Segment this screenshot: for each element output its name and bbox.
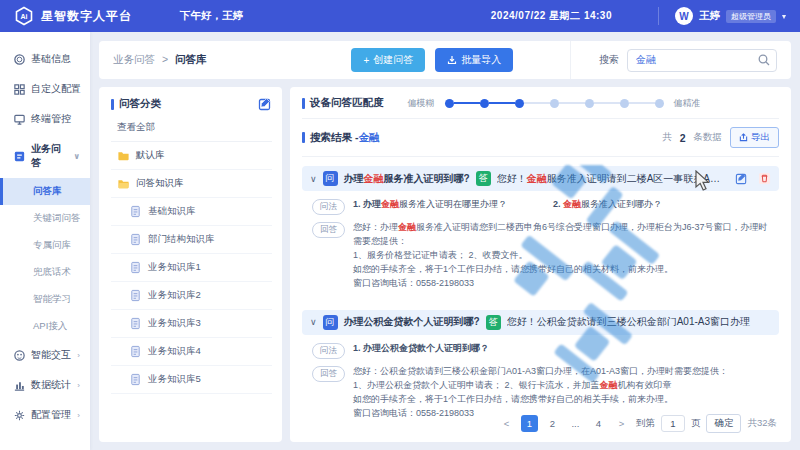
- sidebar-item-smart-interaction[interactable]: 智能交互 ›: [0, 340, 90, 370]
- main-area: 业务问答 > 问答库 + 创建问答 批量导入 搜索: [90, 32, 800, 450]
- page-ellipsis[interactable]: ...: [567, 415, 584, 432]
- chevron-down-icon[interactable]: ∨: [310, 317, 317, 327]
- sidebar-item-business-qa[interactable]: 业务问答 ∨: [0, 134, 90, 178]
- sidebar-label: 终端管控: [31, 112, 71, 126]
- prev-page-button[interactable]: <: [498, 415, 515, 432]
- avatar[interactable]: W: [675, 7, 693, 25]
- results-header: 搜索结果 - 金融 共 2 条数据 导出: [302, 119, 779, 157]
- document-icon: [129, 345, 142, 358]
- next-page-button[interactable]: >: [613, 415, 630, 432]
- view-all-link[interactable]: 查看全部: [111, 111, 272, 142]
- qa-row-header[interactable]: ∨ 问 办理金融服务准入证明到哪? 答 您好！金融服务准入证明请到二楼A区一事联…: [302, 166, 779, 191]
- folder-default-library[interactable]: 默认库: [111, 142, 272, 170]
- doc-basic-knowledge[interactable]: 基础知识库: [111, 198, 272, 226]
- document-icon: [129, 373, 142, 386]
- submenu-item-fallback-scripts[interactable]: 兜底话术: [0, 259, 90, 286]
- breadcrumb-separator: >: [162, 53, 168, 65]
- page-jump-input[interactable]: [661, 415, 685, 432]
- document-icon: [129, 261, 142, 274]
- total-count: 共32条: [747, 417, 777, 430]
- user-menu[interactable]: W 王婷 超级管理员 ▾: [658, 7, 786, 25]
- chevron-right-icon: ›: [77, 381, 80, 390]
- export-button[interactable]: 导出: [730, 127, 779, 148]
- chevron-down-icon[interactable]: ▾: [782, 12, 786, 21]
- doc-business-2[interactable]: 业务知识库2: [111, 282, 272, 310]
- doc-business-5[interactable]: 业务知识库5: [111, 366, 272, 394]
- doc-business-3[interactable]: 业务知识库3: [111, 310, 272, 338]
- match-degree-section: 设备问答匹配度 偏模糊 偏精准: [302, 96, 779, 119]
- sidebar-item-config-management[interactable]: 配置管理 ›: [0, 400, 90, 430]
- results-panel: 设备问答匹配度 偏模糊 偏精准 搜索结果 - 金融: [290, 87, 791, 442]
- match-degree-title: 设备问答匹配度: [310, 96, 384, 110]
- submenu-item-exclusive-library[interactable]: 专属问库: [0, 232, 90, 259]
- reply-tag: 回答: [312, 222, 345, 238]
- submenu-item-keyword-qa[interactable]: 关键词问答: [0, 205, 90, 232]
- category-panel-header: 问答分类: [111, 97, 272, 111]
- info-badge-icon: [13, 53, 26, 66]
- chevron-down-icon[interactable]: ∨: [310, 174, 317, 184]
- search-icon[interactable]: [757, 53, 771, 67]
- import-icon: [447, 55, 457, 65]
- doc-business-1[interactable]: 业务知识库1: [111, 254, 272, 282]
- sidebar-label: 基础信息: [31, 52, 71, 66]
- page-button-1[interactable]: 1: [521, 415, 538, 432]
- sidebar-label: 智能交互: [31, 348, 71, 362]
- reply-tag: 回答: [312, 366, 345, 382]
- ask-variants: 1. 办理金融服务准入证明在哪里办理？ 2. 金融服务准入证到哪办？: [353, 198, 662, 211]
- reply-text: 您好：公积金贷款请到三楼公积金部门A01-A3窗口办理，在A01-A3窗口，办理…: [353, 365, 728, 421]
- results-title: 搜索结果 -: [310, 131, 358, 145]
- accent-bar: [111, 99, 114, 110]
- page-button-2[interactable]: 2: [544, 415, 561, 432]
- qa-row-2: ∨ 问 办理公积金贷款个人证明到哪? 答 您好！公积金贷款请到三楼公积金部门A0…: [302, 310, 779, 431]
- ask-tag: 问法: [312, 199, 345, 215]
- submenu-item-qa-library[interactable]: 问答库: [0, 178, 90, 205]
- bar-chart-icon: [13, 379, 26, 392]
- robot-face-icon: [13, 349, 26, 362]
- chevron-right-icon: ›: [77, 411, 80, 420]
- breadcrumb-current: 问答库: [175, 53, 207, 65]
- sidebar-item-basic-info[interactable]: 基础信息: [0, 44, 90, 74]
- accent-bar: [302, 132, 305, 143]
- submenu-item-smart-learning[interactable]: 智能学习: [0, 286, 90, 313]
- create-qa-button[interactable]: + 创建问答: [351, 48, 425, 72]
- brand-title: 星智数字人平台: [41, 8, 132, 25]
- breadcrumb-parent[interactable]: 业务问答: [113, 53, 155, 65]
- greeting-text: 下午好，王婷: [180, 9, 243, 23]
- folder-qa-knowledge-base[interactable]: 问答知识库: [111, 170, 272, 198]
- qa-book-icon: [13, 150, 26, 163]
- precise-label: 偏精准: [674, 97, 701, 110]
- search-area: 搜索: [570, 41, 777, 79]
- qa-row-details: 问法 1. 办理金融服务准入证明在哪里办理？ 2. 金融服务准入证到哪办？ 回答…: [302, 191, 779, 301]
- confirm-page-button[interactable]: 确定: [706, 414, 741, 433]
- edit-category-icon[interactable]: [258, 97, 272, 111]
- match-degree-slider[interactable]: [445, 99, 664, 108]
- sidebar-item-custom-config[interactable]: 自定义配置: [0, 74, 90, 104]
- ask-tag: 问法: [312, 343, 345, 359]
- jump-suffix: 页: [691, 417, 701, 430]
- sidebar-submenu: 问答库 关键词问答 专属问库 兜底话术 智能学习 API接入: [0, 178, 90, 340]
- ask-variants: 1. 办理公积金贷款个人证明到哪？: [353, 342, 489, 355]
- search-input[interactable]: [627, 49, 777, 72]
- sidebar-item-data-statistics[interactable]: 数据统计 ›: [0, 370, 90, 400]
- monitor-icon: [13, 113, 26, 126]
- edit-icon[interactable]: [735, 172, 748, 185]
- document-icon: [129, 205, 142, 218]
- qa-row-header[interactable]: ∨ 问 办理公积金贷款个人证明到哪? 答 您好！公积金贷款请到三楼公积金部门A0…: [302, 310, 779, 335]
- count-prefix: 共: [662, 131, 672, 144]
- pagination: < 1 2 ... 4 > 到第 页 确定 共32条: [498, 414, 777, 433]
- submenu-item-api-access[interactable]: API接入: [0, 313, 90, 340]
- question-badge: 问: [323, 171, 338, 186]
- role-badge: 超级管理员: [726, 10, 776, 23]
- question-text: 办理金融服务准入证明到哪?: [344, 172, 470, 186]
- document-icon: [129, 317, 142, 330]
- doc-business-4[interactable]: 业务知识库4: [111, 338, 272, 366]
- brand-logo-icon: Ai: [14, 6, 34, 26]
- batch-import-button[interactable]: 批量导入: [435, 48, 513, 72]
- sidebar-item-terminal-control[interactable]: 终端管控: [0, 104, 90, 134]
- doc-department-structure[interactable]: 部门结构知识库: [111, 226, 272, 254]
- page-button-4[interactable]: 4: [590, 415, 607, 432]
- username: 王婷: [699, 9, 720, 23]
- search-label: 搜索: [599, 53, 619, 67]
- sidebar-label: 业务问答: [31, 142, 69, 170]
- delete-icon[interactable]: [758, 172, 771, 185]
